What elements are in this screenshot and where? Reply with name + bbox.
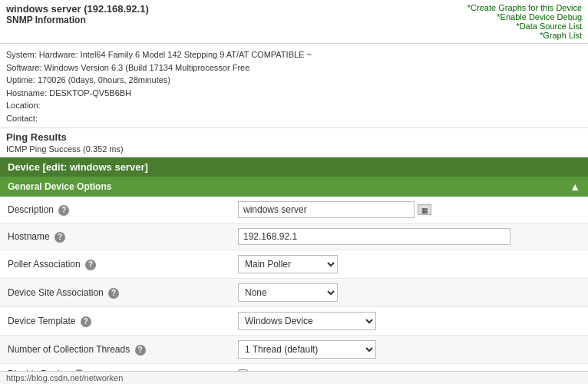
threads-label: Number of Collection Threads ? <box>0 336 230 364</box>
table-row: Device Template ? Windows Device <box>0 307 588 336</box>
ping-results-title: Ping Results <box>6 131 582 143</box>
create-graphs-link[interactable]: *Create Graphs for this Device <box>467 3 582 12</box>
location-info: Location: <box>6 99 582 112</box>
hostname-help-icon[interactable]: ? <box>55 232 65 243</box>
table-row: Poller Association ? Main Poller <box>0 250 588 279</box>
top-bar: windows server (192.168.92.1) SNMP Infor… <box>0 0 588 44</box>
general-options-title: General Device Options <box>8 181 111 192</box>
collapse-icon[interactable]: ▲ <box>570 180 580 193</box>
template-select[interactable]: Windows Device <box>238 312 376 330</box>
table-row: Number of Collection Threads ? 1 Thread … <box>0 336 588 364</box>
description-input[interactable] <box>238 201 415 218</box>
top-bar-links: *Create Graphs for this Device *Enable D… <box>467 3 582 40</box>
software-info: Software: Windows Version 6.3 (Build 171… <box>6 61 582 74</box>
poller-label: Poller Association ? <box>0 250 230 279</box>
site-help-icon[interactable]: ? <box>108 288 119 299</box>
hostname-input[interactable] <box>238 228 510 245</box>
system-info: System: Hardware: Intel64 Family 6 Model… <box>6 48 582 61</box>
poller-select[interactable]: Main Poller <box>238 255 338 273</box>
uptime-info: Uptime: 170026 (0days, 0hours, 28minutes… <box>6 74 582 87</box>
page-title: windows server (192.168.92.1) <box>6 3 149 15</box>
hostname-info: Hostname: DESKTOP-QV5B6BH <box>6 87 582 100</box>
poller-help-icon[interactable]: ? <box>85 260 96 270</box>
threads-help-icon[interactable]: ? <box>135 345 146 356</box>
table-row: Description ? ▦ <box>0 197 588 223</box>
status-bar-text: https://blog.csdn.net/networken <box>6 373 123 382</box>
description-field-wrap: ▦ <box>238 201 580 218</box>
db-icon[interactable]: ▦ <box>418 204 431 215</box>
template-help-icon[interactable]: ? <box>81 316 91 327</box>
site-association-label: Device Site Association ? <box>0 279 230 307</box>
general-options-header: General Device Options ▲ <box>0 177 588 197</box>
description-help-icon[interactable]: ? <box>58 205 69 216</box>
contact-info: Contact: <box>6 112 582 125</box>
hostname-label: Hostname ? <box>0 223 230 250</box>
enable-device-debug-link[interactable]: *Enable Device Debug <box>467 12 582 22</box>
site-select[interactable]: None <box>238 283 338 302</box>
data-source-list-link[interactable]: *Data Source List <box>467 22 582 31</box>
ping-result-text: ICMP Ping Success (0.352 ms) <box>6 144 582 154</box>
threads-select[interactable]: 1 Thread (default) <box>238 340 376 359</box>
status-bar: https://blog.csdn.net/networken <box>0 371 588 384</box>
template-label: Device Template ? <box>0 307 230 336</box>
info-section: System: Hardware: Intel64 Family 6 Model… <box>0 44 588 128</box>
general-options-table: Description ? ▦ Hostname ? Poller Associ… <box>0 197 588 384</box>
ping-results-section: Ping Results ICMP Ping Success (0.352 ms… <box>0 128 588 157</box>
description-label: Description ? <box>0 197 230 223</box>
snmp-info-title: SNMP Information <box>6 15 149 25</box>
top-bar-left: windows server (192.168.92.1) SNMP Infor… <box>6 3 149 25</box>
graph-list-link[interactable]: *Graph List <box>467 31 582 40</box>
table-row: Device Site Association ? None <box>0 279 588 307</box>
table-row: Hostname ? <box>0 223 588 250</box>
device-edit-header: Device [edit: windows server] <box>0 157 588 177</box>
